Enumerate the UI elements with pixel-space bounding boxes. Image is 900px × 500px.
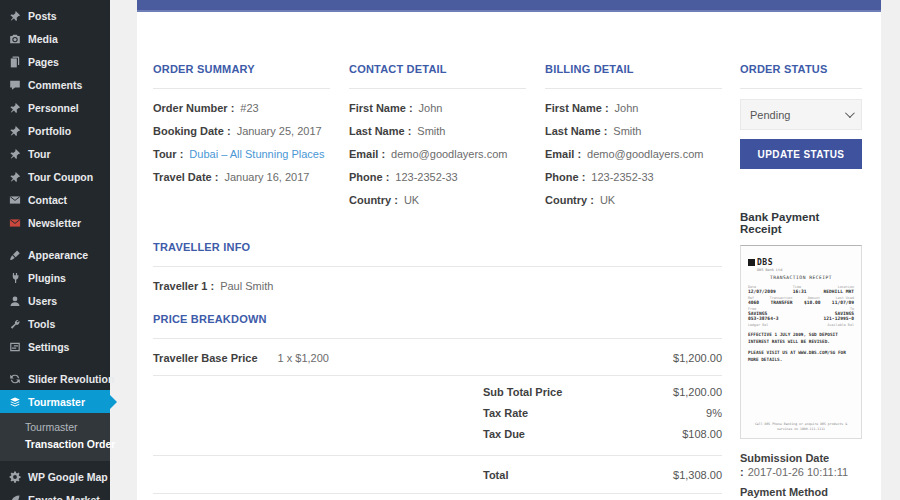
field-label: Order Number : [153, 102, 234, 114]
sidebar-item-pages[interactable]: Pages [0, 50, 110, 73]
submission-date-value: 2017-01-26 10:11:11 [748, 466, 849, 478]
section-title: CONTACT DETAIL [349, 62, 526, 76]
field-label: Phone : [545, 171, 585, 183]
sidebar-item-label: Settings [28, 341, 69, 353]
sidebar-item-appearance[interactable]: Appearance [0, 243, 110, 266]
sidebar-item-label: Contact [28, 194, 67, 206]
sidebar-item-portfolio[interactable]: Portfolio [0, 119, 110, 142]
sidebar-item-label: Media [28, 33, 58, 45]
sidebar-item-label: Personnel [28, 102, 79, 114]
tax-due-row: Tax Due$108.00 [153, 424, 722, 445]
booking-date-value: January 25, 2017 [237, 125, 322, 137]
sidebar-item-label: Tour [28, 148, 51, 160]
submenu-item-tourmaster[interactable]: Tourmaster [0, 419, 110, 436]
pin-icon [9, 102, 21, 114]
page-header-bar [137, 0, 881, 12]
order-status-selected-value: Pending [750, 109, 790, 121]
payment-meta: Submission Date :2017-01-26 10:11:11 Pay… [740, 451, 862, 500]
sidebar-item-label: Plugins [28, 272, 66, 284]
receipt-value: 16:31 [793, 289, 807, 294]
sidebar-item-personnel[interactable]: Personnel [0, 96, 110, 119]
sidebar-item-label: Pages [28, 56, 59, 68]
mail-icon [9, 217, 21, 229]
sidebar-item-label: Envato Market [28, 494, 100, 500]
sidebar-item-label: Tour Coupon [28, 171, 93, 183]
leaf-icon [9, 494, 21, 500]
email-value: demo@goodlayers.com [587, 148, 703, 160]
dbs-logo-icon [748, 259, 755, 266]
field-label: Last Name : [545, 125, 607, 137]
phone-value: 123-2352-33 [591, 171, 653, 183]
sidebar-item-label: Portfolio [28, 125, 71, 137]
tax-rate-row: Tax Rate9% [153, 403, 722, 424]
sidebar-item-tour-coupon[interactable]: Tour Coupon [0, 165, 110, 188]
pin-icon [9, 10, 21, 22]
sidebar-item-comments[interactable]: Comments [0, 73, 110, 96]
sidebar-item-wp-google-map[interactable]: WP Google Map [0, 465, 110, 488]
order-status-select[interactable]: Pending [740, 99, 862, 130]
sidebar-item-contact[interactable]: Contact [0, 188, 110, 211]
field-label: Tour : [153, 148, 183, 160]
receipt-heading: Bank Payment Receipt [740, 211, 862, 235]
tax-due-label: Tax Due [483, 424, 525, 445]
receipt-title: TRANSACTION RECEIPT [748, 275, 854, 280]
tax-due-value: $108.00 [682, 424, 722, 445]
sidebar-item-tourmaster[interactable]: Tourmaster [0, 390, 110, 413]
chevron-down-icon [845, 108, 855, 118]
sidebar-item-tour[interactable]: Tour [0, 142, 110, 165]
comment-icon [9, 79, 21, 91]
sidebar-item-newsletter[interactable]: Newsletter [0, 211, 110, 234]
subtotal-label: Sub Total Price [483, 382, 562, 403]
receipt-label: Available Bal [827, 323, 854, 327]
receipt-value: TRANSFER [770, 300, 792, 305]
field-label: Travel Date : [153, 171, 218, 183]
section-title: BILLING DETAIL [545, 62, 722, 76]
subtotal-row: Sub Total Price$1,200.00 [153, 382, 722, 403]
field-label: First Name : [545, 102, 609, 114]
price-breakdown-section: PRICE BREAKDOWN Traveller Base Price 1 x… [153, 312, 722, 494]
sidebar-item-envato-market[interactable]: Envato Market [0, 488, 110, 500]
field-label: Last Name : [349, 125, 411, 137]
travel-date-value: January 16, 2017 [224, 171, 309, 183]
field-label: Traveller 1 : [153, 280, 214, 292]
sidebar-item-tools[interactable]: Tools [0, 312, 110, 335]
layers-icon [9, 396, 21, 408]
receipt-value: 121-12995-0 [824, 316, 854, 321]
admin-page: Posts Media Pages Comments Personnel Por… [0, 0, 900, 500]
last-name-value: Smith [613, 125, 641, 137]
settings-icon [9, 341, 21, 353]
sidebar-item-settings[interactable]: Settings [0, 335, 110, 358]
sidebar-item-posts[interactable]: Posts [0, 4, 110, 27]
bank-receipt-image[interactable]: DBS DBS Bank Ltd TRANSACTION RECEIPT Dat… [740, 245, 862, 439]
base-price-amount: $1,200.00 [673, 347, 722, 370]
main-content: ORDER SUMMARY Order Number :#23 Booking … [110, 0, 900, 500]
sidebar-item-slider-revolution[interactable]: Slider Revolution [0, 367, 110, 390]
total-row: Total$1,308.00 [153, 464, 722, 487]
receipt-value: 11/07/09 [832, 300, 854, 305]
tour-link[interactable]: Dubai – All Stunning Places [189, 148, 324, 160]
brush-icon [9, 249, 21, 261]
traveller-name-value: Paul Smith [220, 280, 273, 292]
receipt-bank-sub: DBS Bank Ltd [757, 268, 854, 272]
submenu-item-transaction-order[interactable]: Transaction Order [0, 436, 110, 453]
menu-separator [0, 358, 110, 367]
pin-icon [9, 171, 21, 183]
sidebar-item-users[interactable]: Users [0, 289, 110, 312]
sidebar-item-label: Newsletter [28, 217, 81, 229]
sidebar-item-media[interactable]: Media [0, 27, 110, 50]
sidebar-item-label: WP Google Map [28, 471, 108, 483]
receipt-notice: PLEASE VISIT US AT WWW.DBS.COM/SG FOR MO… [748, 350, 854, 363]
admin-sidebar: Posts Media Pages Comments Personnel Por… [0, 0, 110, 500]
gear-icon [9, 471, 21, 483]
sidebar-item-plugins[interactable]: Plugins [0, 266, 110, 289]
base-price-qty: 1 x $1,200 [278, 347, 329, 370]
mail-icon [9, 194, 21, 206]
traveller-info-section: TRAVELLER INFO Traveller 1 :Paul Smith [153, 240, 722, 298]
country-value: UK [404, 194, 419, 206]
section-title: ORDER SUMMARY [153, 62, 330, 76]
email-value: demo@goodlayers.com [391, 148, 507, 160]
field-label: Country : [349, 194, 398, 206]
receipt-value: $10.00 [804, 300, 821, 305]
update-status-button[interactable]: UPDATE STATUS [740, 139, 862, 169]
sidebar-item-label: Comments [28, 79, 82, 91]
